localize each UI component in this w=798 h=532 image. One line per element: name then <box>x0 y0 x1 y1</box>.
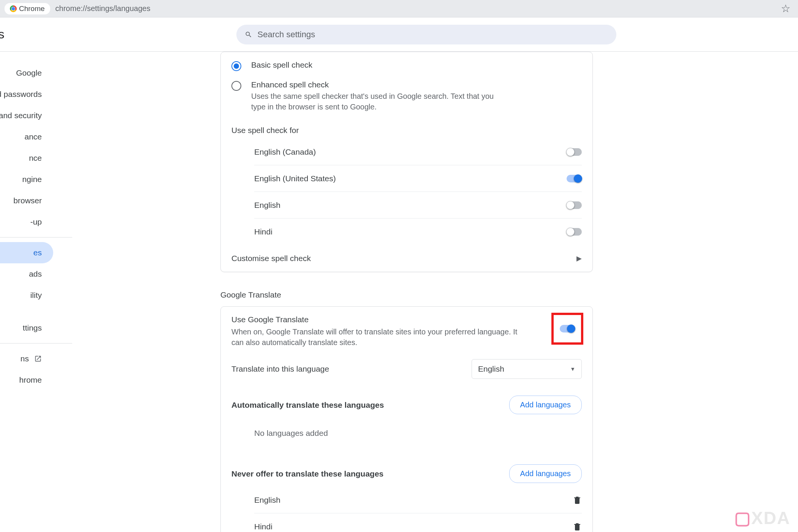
customise-spellcheck-label: Customise spell check <box>231 254 311 263</box>
customise-spellcheck-link[interactable]: Customise spell check ▶ <box>231 245 582 272</box>
search-settings-input[interactable]: Search settings <box>236 25 616 44</box>
never-lang-name: Hindi <box>254 522 272 531</box>
radio-unchecked-icon <box>231 81 241 91</box>
translate-language-dropdown[interactable]: English ▼ <box>472 359 582 379</box>
add-languages-auto-button[interactable]: Add languages <box>509 396 582 414</box>
translate-into-label: Translate into this language <box>231 364 329 374</box>
spellcheck-lang-row: English (United States) <box>254 165 582 192</box>
highlight-annotation <box>551 313 583 345</box>
sidebar-item-performance[interactable]: ance <box>0 126 53 147</box>
sidebar-item-appearance[interactable]: nce <box>0 147 53 169</box>
enhanced-spellcheck-label: Enhanced spell check <box>251 80 502 89</box>
spellcheck-lang-row: English (Canada) <box>254 139 582 165</box>
use-google-translate-toggle[interactable] <box>560 325 575 332</box>
trash-icon[interactable] <box>573 522 582 531</box>
dropdown-value: English <box>478 364 504 374</box>
use-spellcheck-for-label: Use spell check for <box>231 117 582 139</box>
enhanced-spellcheck-radio[interactable]: Enhanced spell check Uses the same spell… <box>231 76 582 117</box>
search-placeholder: Search settings <box>258 30 315 40</box>
chrome-chip[interactable]: Chrome <box>5 3 50 14</box>
basic-spellcheck-label: Basic spell check <box>251 60 312 70</box>
browser-address-bar: Chrome chrome://settings/languages ☆ <box>0 0 798 17</box>
spellcheck-toggle-en[interactable] <box>567 201 582 209</box>
chevron-right-icon: ▶ <box>576 254 582 263</box>
sidebar-item-google[interactable]: Google <box>0 62 53 84</box>
use-google-translate-desc: When on, Google Translate will offer to … <box>231 326 528 348</box>
watermark: ▢XDA <box>734 508 790 528</box>
sidebar-item-about[interactable]: hrome <box>0 369 53 391</box>
settings-main: Basic spell check Enhanced spell check U… <box>76 52 798 532</box>
add-languages-never-button[interactable]: Add languages <box>509 464 582 483</box>
google-translate-section-title: Google Translate <box>220 290 798 299</box>
lang-name: English (United States) <box>254 174 336 183</box>
lang-name: English <box>254 201 280 210</box>
sidebar-item-languages[interactable]: es <box>0 242 53 263</box>
sidebar-item-extensions[interactable]: ns <box>0 348 53 369</box>
open-external-icon <box>34 355 42 363</box>
sidebar-item-reset[interactable]: ttings <box>0 317 53 339</box>
settings-header: ngs Search settings <box>0 17 798 52</box>
spellcheck-lang-row: English <box>254 192 582 218</box>
no-languages-added-label: No languages added <box>231 414 582 442</box>
spellcheck-lang-row: Hindi <box>254 218 582 245</box>
never-lang-name: English <box>254 496 280 505</box>
settings-sidebar: Google and passwords and security ance n… <box>0 52 53 532</box>
sidebar-item-passwords[interactable]: and passwords <box>0 84 53 105</box>
never-translate-row: English <box>254 487 582 513</box>
auto-translate-title: Automatically translate these languages <box>231 401 384 410</box>
url-text[interactable]: chrome://settings/languages <box>55 4 150 13</box>
sidebar-item-accessibility[interactable]: ility <box>0 285 53 306</box>
spellcheck-card: Basic spell check Enhanced spell check U… <box>220 52 593 272</box>
search-icon <box>245 31 252 38</box>
spellcheck-language-list: English (Canada) English (United States)… <box>231 139 582 245</box>
sidebar-item-security[interactable]: and security <box>0 105 53 126</box>
lang-name: Hindi <box>254 227 272 236</box>
spellcheck-toggle-hi[interactable] <box>567 228 582 236</box>
sidebar-item-search-engine[interactable]: ngine <box>0 169 53 190</box>
sidebar-item-downloads[interactable]: ads <box>0 263 53 285</box>
lang-name: English (Canada) <box>254 147 316 157</box>
spellcheck-toggle-en-ca[interactable] <box>567 148 582 156</box>
sidebar-item-startup[interactable]: -up <box>0 211 53 233</box>
chrome-logo-icon <box>10 5 17 12</box>
radio-checked-icon <box>231 61 241 71</box>
never-translate-row: Hindi <box>254 513 582 532</box>
basic-spellcheck-radio[interactable]: Basic spell check <box>231 56 582 76</box>
trash-icon[interactable] <box>573 496 582 505</box>
sidebar-item-label: ns <box>21 354 29 363</box>
enhanced-spellcheck-desc: Uses the same spell checker that's used … <box>251 91 502 112</box>
sidebar-divider <box>0 343 72 344</box>
page-title: ngs <box>0 27 5 41</box>
spellcheck-toggle-en-us[interactable] <box>567 175 582 182</box>
google-translate-card: Use Google Translate When on, Google Tra… <box>220 306 593 532</box>
sidebar-divider <box>0 237 72 238</box>
chrome-chip-label: Chrome <box>19 5 45 13</box>
never-translate-title: Never offer to translate these languages <box>231 469 383 478</box>
sidebar-item-default-browser[interactable]: browser <box>0 190 53 211</box>
use-google-translate-title: Use Google Translate <box>231 315 528 324</box>
bookmark-star-icon[interactable]: ☆ <box>781 2 790 15</box>
dropdown-arrow-icon: ▼ <box>570 366 575 372</box>
